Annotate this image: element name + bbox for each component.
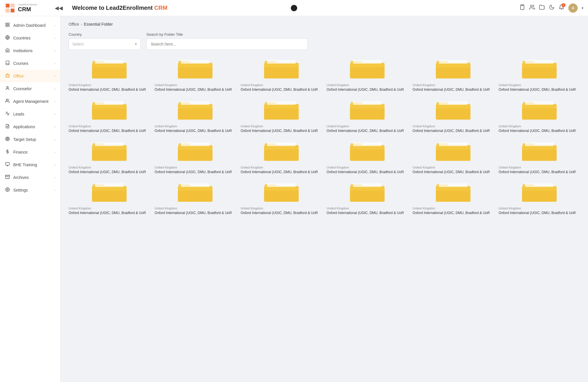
folder-item[interactable]: United Kingdom Oxford International (UGI… bbox=[499, 180, 580, 215]
bell-icon[interactable]: 1 bbox=[559, 4, 564, 12]
collapse-button[interactable]: ◀◀ bbox=[52, 4, 65, 12]
country-label: Country bbox=[69, 32, 141, 37]
svg-rect-87 bbox=[264, 150, 299, 160]
avatar[interactable]: A bbox=[568, 3, 578, 13]
header-dot bbox=[291, 5, 297, 11]
svg-rect-58 bbox=[181, 101, 210, 105]
search-input[interactable] bbox=[146, 38, 308, 50]
folder-country: United Kingdom bbox=[499, 207, 580, 210]
svg-rect-114 bbox=[353, 184, 382, 187]
sidebar-item-left: Counselor bbox=[5, 86, 32, 92]
folder-item[interactable]: United Kingdom Oxford International (UGI… bbox=[241, 139, 322, 175]
sidebar-item-bhe-training[interactable]: BHE Training › bbox=[0, 158, 60, 171]
folder-item[interactable]: United Kingdom Oxford International (UGI… bbox=[327, 139, 408, 175]
sidebar-item-target-setup[interactable]: Target Setup › bbox=[0, 133, 60, 146]
sidebar-label: Applications bbox=[13, 124, 35, 129]
svg-rect-38 bbox=[267, 60, 295, 64]
sidebar-item-archives[interactable]: Archives › bbox=[0, 171, 60, 184]
folder-name: Oxford International (UGIC, DMU, Bradfor… bbox=[241, 87, 322, 92]
sidebar-item-left: Countries bbox=[5, 35, 31, 41]
sidebar-item-applications[interactable]: Applications › bbox=[0, 120, 60, 133]
svg-rect-122 bbox=[525, 184, 553, 187]
folder-item[interactable]: United Kingdom Oxford International (UGI… bbox=[154, 57, 236, 92]
folder-item[interactable]: United Kingdom Oxford International (UGI… bbox=[69, 180, 150, 215]
folder-item[interactable]: United Kingdom Oxford International (UGI… bbox=[69, 57, 150, 92]
svg-rect-55 bbox=[92, 109, 127, 120]
sidebar-item-office[interactable]: Office › bbox=[0, 70, 60, 82]
folder-icon-wrap bbox=[154, 180, 236, 204]
folder-icon-wrap bbox=[69, 180, 150, 204]
folder-country: United Kingdom bbox=[154, 124, 236, 128]
folder-item[interactable]: United Kingdom Oxford International (UGI… bbox=[412, 98, 494, 133]
folder-icon-wrap bbox=[327, 57, 408, 81]
sidebar-item-courses[interactable]: Courses › bbox=[0, 57, 60, 70]
folder-item[interactable]: United Kingdom Oxford International (UGI… bbox=[154, 180, 236, 215]
folder-item[interactable]: United Kingdom Oxford International (UGI… bbox=[154, 139, 236, 175]
folder-icon-wrap bbox=[499, 98, 580, 122]
folder-item[interactable]: United Kingdom Oxford International (UGI… bbox=[327, 180, 408, 215]
folder-item[interactable]: United Kingdom Oxford International (UGI… bbox=[327, 57, 408, 92]
folder-svg bbox=[499, 57, 580, 80]
svg-rect-95 bbox=[436, 150, 470, 160]
sidebar-item-finance[interactable]: Finance › bbox=[0, 146, 60, 158]
folder-icon-wrap bbox=[241, 57, 322, 81]
folder-item[interactable]: United Kingdom Oxford International (UGI… bbox=[241, 180, 322, 215]
clipboard-icon[interactable] bbox=[519, 4, 525, 12]
folder-icon-wrap bbox=[154, 98, 236, 122]
main-layout: Admin Dashboard › Countries › Institutio… bbox=[0, 16, 588, 382]
svg-point-19 bbox=[6, 138, 9, 140]
folder-item[interactable]: United Kingdom Oxford International (UGI… bbox=[241, 57, 322, 92]
svg-rect-110 bbox=[267, 184, 295, 187]
sidebar-chevron-icon: › bbox=[54, 49, 56, 52]
sidebar-item-left: Institutions bbox=[5, 48, 33, 54]
users-icon[interactable] bbox=[529, 4, 535, 12]
avatar-chevron-icon[interactable]: ▾ bbox=[582, 6, 583, 10]
sidebar-item-countries[interactable]: Countries › bbox=[0, 32, 60, 44]
breadcrumb-parent[interactable]: Office bbox=[69, 22, 79, 27]
folder-svg bbox=[69, 139, 150, 162]
svg-rect-91 bbox=[350, 150, 385, 160]
folder-item[interactable]: United Kingdom Oxford International (UGI… bbox=[499, 98, 580, 133]
folder-item[interactable]: United Kingdom Oxford International (UGI… bbox=[69, 98, 150, 133]
sidebar-item-settings[interactable]: Settings › bbox=[0, 184, 60, 196]
folder-item[interactable]: United Kingdom Oxford International (UGI… bbox=[499, 139, 580, 175]
sidebar-item-counselor[interactable]: Counselor › bbox=[0, 82, 60, 95]
svg-rect-7 bbox=[6, 23, 7, 24]
sidebar-chevron-icon: › bbox=[54, 138, 56, 141]
folder-country: United Kingdom bbox=[499, 166, 580, 169]
sidebar-item-leads[interactable]: Leads › bbox=[0, 108, 60, 120]
sidebar-item-agent-management[interactable]: Agent Management › bbox=[0, 95, 60, 108]
folder-item[interactable]: United Kingdom Oxford International (UGI… bbox=[412, 57, 494, 92]
sidebar-chevron-icon: › bbox=[54, 150, 56, 154]
folder-item[interactable]: United Kingdom Oxford International (UGI… bbox=[241, 98, 322, 133]
folder-svg bbox=[499, 98, 580, 121]
folder-item[interactable]: United Kingdom Oxford International (UGI… bbox=[69, 139, 150, 175]
sidebar-label: Counselor bbox=[13, 86, 32, 91]
moon-icon[interactable] bbox=[549, 4, 555, 12]
folder-item[interactable]: United Kingdom Oxford International (UGI… bbox=[499, 57, 580, 92]
svg-rect-10 bbox=[8, 25, 9, 27]
sidebar-item-institutions[interactable]: Institutions › bbox=[0, 44, 60, 57]
country-select-chevron-icon: ▾ bbox=[135, 42, 137, 46]
folder-item[interactable]: United Kingdom Oxford International (UGI… bbox=[154, 98, 236, 133]
institutions-icon bbox=[5, 48, 10, 54]
folder-name: Oxford International (UGIC, DMU, Bradfor… bbox=[499, 211, 580, 215]
svg-rect-99 bbox=[522, 150, 557, 160]
sidebar-item-admin-dashboard[interactable]: Admin Dashboard › bbox=[0, 19, 60, 32]
svg-rect-13 bbox=[5, 75, 9, 77]
folder-icon[interactable] bbox=[539, 4, 545, 12]
country-select[interactable]: Select ▾ bbox=[69, 38, 141, 50]
sidebar-label: Finance bbox=[13, 150, 28, 154]
folder-icon-wrap bbox=[69, 57, 150, 81]
folder-name: Oxford International (UGIC, DMU, Bradfor… bbox=[327, 170, 408, 175]
folder-country: United Kingdom bbox=[327, 83, 408, 87]
folder-name: Oxford International (UGIC, DMU, Bradfor… bbox=[327, 87, 408, 92]
folder-item[interactable]: United Kingdom Oxford International (UGI… bbox=[412, 180, 494, 215]
folder-country: United Kingdom bbox=[412, 124, 494, 128]
svg-rect-67 bbox=[350, 109, 385, 120]
folder-item[interactable]: United Kingdom Oxford International (UGI… bbox=[412, 139, 494, 175]
svg-rect-98 bbox=[525, 142, 553, 146]
folder-item[interactable]: United Kingdom Oxford International (UGI… bbox=[327, 98, 408, 133]
folder-svg bbox=[154, 139, 236, 162]
sidebar-label: Admin Dashboard bbox=[13, 23, 46, 28]
